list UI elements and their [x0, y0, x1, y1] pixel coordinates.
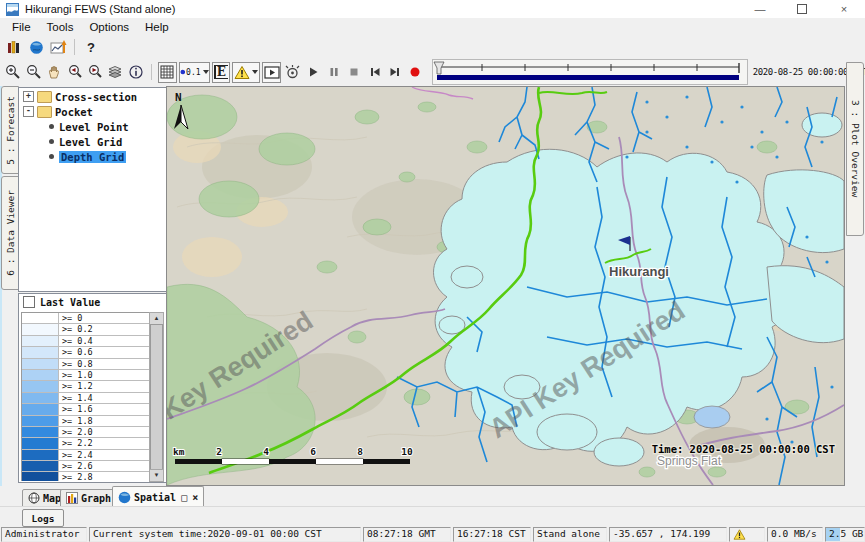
- status-mode: Stand alone: [533, 527, 607, 542]
- logs-button[interactable]: Logs: [22, 509, 64, 527]
- label-springs-flat: Springs Flat: [657, 454, 722, 468]
- restore-pane-icon[interactable]: □: [181, 492, 187, 503]
- status-network-rate: 0.0 MB/s: [767, 527, 823, 542]
- legend-color-swatch: [22, 393, 59, 403]
- pan-button[interactable]: [45, 61, 63, 83]
- go-to-start-button[interactable]: [365, 61, 383, 83]
- legend-color-swatch: [22, 472, 59, 481]
- bottom-tab-bar: Map Graph Spatial □ ×: [0, 486, 865, 506]
- menu-item[interactable]: Help: [137, 21, 177, 33]
- tab-graph[interactable]: Graph: [60, 489, 117, 507]
- rotate-icon: [284, 64, 301, 81]
- collapse-icon[interactable]: -: [23, 106, 34, 117]
- legend-color-swatch: [22, 324, 59, 334]
- legend-color-swatch: [22, 416, 59, 426]
- legend-value-label: >= 1.0: [59, 370, 150, 380]
- timeseries-dialog-button[interactable]: [48, 36, 68, 58]
- go-to-end-button[interactable]: [386, 61, 404, 83]
- map-canvas[interactable]: API Key Required API Key Required Hikura…: [167, 87, 844, 485]
- bullet-icon: [49, 139, 54, 144]
- info-button[interactable]: [127, 61, 145, 83]
- legend-row: >= 2.2: [22, 438, 150, 449]
- tab-data-viewer[interactable]: 6 : Data Viewer: [1, 176, 19, 290]
- menu-bar: FileToolsOptionsHelp: [0, 18, 865, 36]
- scrollbar-thumb[interactable]: [150, 324, 163, 470]
- menu-item[interactable]: Options: [81, 21, 137, 33]
- tab-map-label: Map: [43, 493, 61, 504]
- map-view[interactable]: API Key Required API Key Required Hikura…: [166, 86, 845, 486]
- status-gmt-time: 08:27:18 GMT: [363, 527, 451, 542]
- tree-node-pocket[interactable]: - Pocket: [19, 105, 166, 118]
- scroll-down-button[interactable]: ▼: [150, 469, 163, 481]
- legend-color-swatch: [22, 427, 59, 437]
- stop-button[interactable]: [345, 61, 363, 83]
- menu-item[interactable]: Tools: [39, 21, 82, 33]
- grid-display-button[interactable]: [158, 62, 176, 83]
- bar-chart-icon: [66, 492, 78, 504]
- legend-color-swatch: [22, 347, 59, 357]
- close-pane-icon[interactable]: ×: [192, 492, 198, 503]
- pause-button[interactable]: [324, 61, 342, 83]
- legend-row: >= 0.8: [22, 359, 150, 370]
- chevron-down-icon: [203, 70, 209, 74]
- svg-text:4: 4: [263, 446, 269, 457]
- map-toolbar: 0.1 E: [0, 58, 865, 86]
- tree-node-level-point[interactable]: Level Point: [49, 120, 166, 133]
- bullet-icon: [49, 154, 54, 159]
- chart-icon: [50, 40, 67, 55]
- legend-color-swatch: [22, 313, 59, 323]
- archive-database-button[interactable]: [4, 36, 24, 58]
- legend-value-label: >= 2.6: [59, 461, 150, 471]
- menu-item[interactable]: File: [4, 21, 39, 33]
- timeline-thumb[interactable]: [434, 62, 444, 74]
- tree-node-cross-section[interactable]: + Cross-section: [19, 90, 166, 103]
- last-value-checkbox[interactable]: [23, 296, 35, 308]
- stop-icon: [347, 65, 361, 79]
- svg-text:km: km: [173, 446, 185, 457]
- maximize-button[interactable]: [781, 0, 823, 18]
- tab-spatial[interactable]: Spatial □ ×: [112, 486, 204, 507]
- legend-row: >= 0.4: [22, 336, 150, 347]
- interval-dot-icon: [180, 69, 186, 75]
- movie-export-button[interactable]: [262, 62, 280, 83]
- skip-start-icon: [368, 65, 382, 79]
- logs-row: Logs: [0, 506, 865, 528]
- close-button[interactable]: ×: [823, 0, 865, 18]
- zoom-next-button[interactable]: [86, 61, 104, 83]
- warnings-dropdown[interactable]: [232, 62, 261, 83]
- pan-hand-icon: [46, 64, 62, 80]
- zoom-previous-icon: [67, 64, 83, 80]
- app-icon: [6, 3, 19, 16]
- help-button[interactable]: ?: [81, 36, 101, 58]
- tree-node-label: Cross-section: [55, 91, 137, 103]
- legend-toggle-button[interactable]: E: [212, 62, 230, 83]
- timeline-span-bar: [437, 75, 739, 80]
- animation-settings-button[interactable]: [283, 61, 302, 83]
- legend-row: >= 0.6: [22, 347, 150, 358]
- zoom-previous-button[interactable]: [65, 61, 83, 83]
- toolbar-separator: [151, 64, 152, 80]
- minimize-button[interactable]: —: [739, 0, 781, 18]
- tab-forecast[interactable]: 5 : Forecast: [1, 86, 19, 174]
- legend-value-label: >= 0.4: [59, 336, 150, 346]
- window-title: Hikurangi FEWS (Stand alone): [25, 3, 175, 15]
- map-display-button[interactable]: [26, 36, 46, 58]
- record-button[interactable]: [406, 61, 424, 83]
- status-warning-cell[interactable]: [729, 527, 765, 542]
- zoom-out-button[interactable]: [24, 61, 42, 83]
- play-button[interactable]: [304, 61, 322, 83]
- tree-node-level-grid[interactable]: Level Grid: [49, 135, 166, 148]
- legend-scrollbar[interactable]: ▲ ▼: [149, 312, 164, 482]
- tree-node-depth-grid[interactable]: Depth Grid: [49, 150, 166, 163]
- timeline-slider[interactable]: [432, 59, 748, 85]
- chevron-down-icon: [252, 70, 258, 74]
- expand-icon[interactable]: +: [23, 91, 34, 102]
- warning-icon: [733, 529, 746, 540]
- tab-plot-overview[interactable]: 3 : Plot Overview: [846, 62, 864, 236]
- class-interval-dropdown[interactable]: 0.1: [179, 62, 210, 83]
- zoom-in-button[interactable]: [4, 61, 22, 83]
- legend-row: >= 2.8: [22, 472, 150, 481]
- folder-icon: [37, 106, 52, 118]
- svg-text:2: 2: [216, 446, 222, 457]
- layers-button[interactable]: [106, 61, 124, 83]
